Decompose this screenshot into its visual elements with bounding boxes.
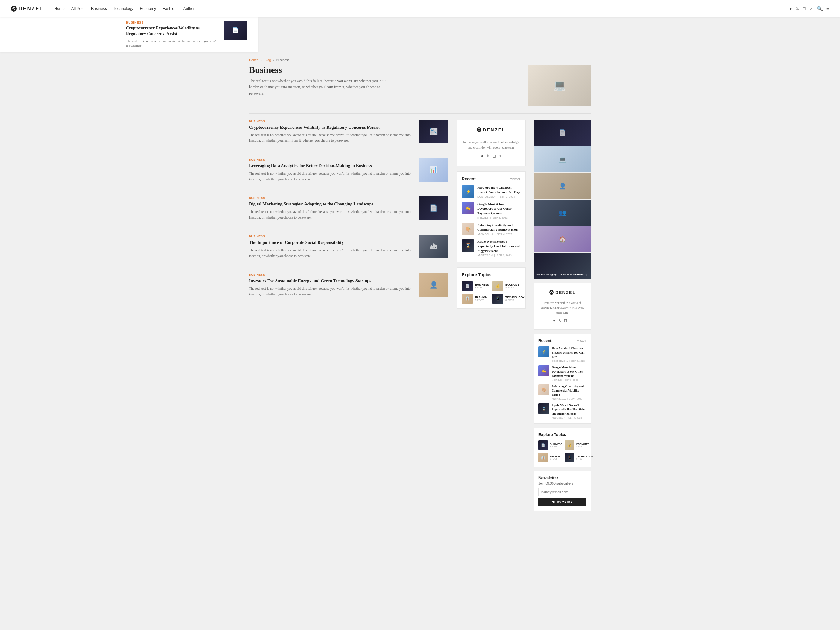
instagram-icon[interactable]: ◻: [802, 6, 806, 11]
mid-recent-item-title[interactable]: Here Are the 4 Cheapest Electric Vehicle…: [477, 185, 521, 195]
breadcrumb-sep1: /: [261, 58, 262, 62]
newsletter-subscribe-button[interactable]: SUBSCRIBE: [538, 498, 586, 507]
mid-recent-item-content: Here Are the 4 Cheapest Electric Vehicle…: [477, 185, 521, 198]
article-item: BUSINESS Cryptocurrency Experiences Vola…: [249, 120, 448, 151]
mid-topic-thumb: 💰: [492, 281, 504, 291]
sidebar-img-fashion: Fashion Blogging: The ences in the Indus…: [534, 253, 591, 279]
right-topic-economy[interactable]: 💰 ECONOMY 8 POST: [565, 441, 593, 450]
mid-topic-technology[interactable]: 📱 TECHNOLOGY 8 POST: [492, 294, 525, 303]
right-recent-item-meta: MELVILE | SEP 3, 2023: [552, 379, 586, 381]
mid-recent-item-author: MELVILE: [477, 216, 488, 219]
right-recent-author-2: ANNABELLA: [552, 398, 566, 400]
sidebar-img-3: 👤: [534, 173, 591, 199]
article-category: BUSINESS: [249, 196, 415, 199]
article-category: BUSINESS: [249, 235, 415, 238]
right-sidebar: 📄 💻 👤 👥 🏠 Fashion Blogging: The ences in…: [534, 120, 591, 511]
mid-topic-count: 8 POST: [505, 299, 525, 302]
right-recent-author-0: DOSTOEVSKY: [552, 360, 568, 362]
mid-topic-info: FASHION 8 POST: [475, 296, 487, 302]
article-title[interactable]: The Importance of Corporate Social Respo…: [249, 239, 415, 245]
mid-topic-info: ECONOMY 8 POST: [505, 283, 519, 289]
right-recent-date-3: SEP 4, 2023: [568, 417, 582, 419]
svg-point-1: [478, 129, 480, 131]
right-recent-item-content: Balancing Creativity and Commercial Viab…: [552, 384, 586, 400]
floating-article-title[interactable]: Cryptocurrency Experiences Volatility as…: [126, 25, 219, 37]
article-title[interactable]: Cryptocurrency Experiences Volatility as…: [249, 124, 415, 130]
mid-topic-info: TECHNOLOGY 8 POST: [505, 296, 525, 302]
right-recent-author-1: MELVILE: [552, 379, 562, 381]
nav-author[interactable]: Author: [183, 6, 195, 11]
right-twitter-icon[interactable]: 𝕏: [558, 318, 561, 323]
newsletter-title: Newsletter: [538, 475, 586, 480]
article-category: BUSINESS: [249, 120, 415, 123]
menu-icon[interactable]: ≡: [826, 6, 829, 11]
newsletter-email-input[interactable]: [538, 488, 586, 496]
right-pinterest-icon[interactable]: ○: [570, 318, 572, 323]
logo[interactable]: DENZEL: [11, 6, 44, 12]
mid-topic-name: FASHION: [475, 296, 487, 299]
right-instagram-icon[interactable]: ◻: [564, 318, 567, 323]
mid-topic-fashion[interactable]: 👔 FASHION 8 POST: [462, 294, 489, 303]
mid-facebook-icon[interactable]: ●: [481, 153, 483, 158]
right-topics-grid: 📄 BUSINESS 8 POST 💰 ECONOMY: [538, 441, 586, 462]
right-topic-fashion[interactable]: 👔 FASHION 8 POST: [538, 453, 562, 462]
breadcrumb-blog[interactable]: Blog: [264, 58, 271, 62]
article-title[interactable]: Digital Marketing Strategies: Adapting t…: [249, 201, 415, 207]
right-topic-name: BUSINESS: [550, 443, 562, 445]
right-topic-text: FASHION 8 POST: [550, 455, 561, 460]
article-title[interactable]: Leveraging Data Analytics for Better Dec…: [249, 163, 415, 169]
nav-all-post[interactable]: All Post: [71, 6, 85, 11]
nav-business[interactable]: Business: [91, 6, 107, 11]
mid-topic-business[interactable]: 📄 BUSINESS 8 POST: [462, 281, 489, 291]
nav-economy[interactable]: Economy: [140, 6, 156, 11]
article-excerpt: The real test is not whether you avoid t…: [249, 209, 415, 220]
right-brand-logo-icon: [549, 290, 554, 295]
mid-twitter-icon[interactable]: 𝕏: [486, 153, 489, 158]
right-facebook-icon[interactable]: ●: [553, 318, 555, 323]
breadcrumb-home[interactable]: Denzel: [249, 58, 259, 62]
search-icon[interactable]: 🔍: [817, 6, 823, 11]
three-col-layout: BUSINESS Cryptocurrency Experiences Vola…: [249, 120, 591, 511]
right-recent-item-meta: ANDERSON | SEP 4, 2023: [552, 417, 586, 419]
right-recent-item-content: Apple Watch Series 9 Reportedly Has Flat…: [552, 403, 586, 419]
twitter-icon[interactable]: 𝕏: [796, 6, 799, 11]
nav-fashion[interactable]: Fashion: [163, 6, 177, 11]
right-recent-thumb: ⌛: [538, 403, 549, 414]
right-topic-technology[interactable]: 📱 TECHNOLOGY 8 POST: [565, 453, 593, 462]
mid-recent-item-title[interactable]: Apple Watch Series 9 Reportedly Has Flat…: [477, 239, 521, 253]
article-item: BUSINESS Digital Marketing Strategies: A…: [249, 196, 448, 228]
mid-topic-economy[interactable]: 💰 ECONOMY 8 POST: [492, 281, 525, 291]
mid-pinterest-icon[interactable]: ○: [499, 153, 501, 158]
mid-recent-item-title[interactable]: Balancing Creativity and Commercial Viab…: [477, 223, 521, 232]
mid-brand-card: DENZEL Immerse yourself in a world of kn…: [456, 120, 526, 166]
right-recent-item-title[interactable]: Google Must Allow Developers to Use Othe…: [552, 365, 586, 378]
floating-article-thumb: 📄: [224, 21, 247, 39]
right-recent-item: ⚡ Here Are the 4 Cheapest Electric Vehic…: [538, 346, 586, 362]
mid-recent-item: ✍ Google Must Allow Developers to Use Ot…: [462, 202, 521, 219]
right-recent-item-title[interactable]: Here Are the 4 Cheapest Electric Vehicle…: [552, 346, 586, 359]
article-item: BUSINESS The Importance of Corporate Soc…: [249, 235, 448, 266]
facebook-icon[interactable]: ●: [789, 6, 792, 11]
mid-recent-thumb: 🎨: [462, 223, 474, 235]
right-recent-view-all[interactable]: View All: [577, 339, 586, 342]
right-recent-item-title[interactable]: Apple Watch Series 9 Reportedly Has Flat…: [552, 403, 586, 416]
nav-technology[interactable]: Technology: [114, 6, 134, 11]
pinterest-icon[interactable]: ○: [810, 6, 812, 11]
article-title[interactable]: Investors Eye Sustainable Energy and Gre…: [249, 278, 415, 284]
page-header: Business The real test is not whether yo…: [249, 65, 591, 106]
mid-recent-item-title[interactable]: Google Must Allow Developers to Use Othe…: [477, 202, 521, 216]
mid-brand-name: DENZEL: [483, 127, 505, 132]
right-topic-count: 8 POST: [576, 445, 589, 448]
article-excerpt: The real test is not whether you avoid t…: [249, 286, 415, 297]
mid-recent-view-all[interactable]: View All: [510, 177, 521, 181]
right-topic-business[interactable]: 📄 BUSINESS 8 POST: [538, 441, 562, 450]
mid-instagram-icon[interactable]: ◻: [493, 153, 496, 158]
right-topic-text: TECHNOLOGY 8 POST: [576, 455, 593, 460]
right-brand-social: ● 𝕏 ◻ ○: [538, 318, 586, 323]
nav-home[interactable]: Home: [54, 6, 65, 11]
article-category: BUSINESS: [249, 273, 415, 276]
article-content: BUSINESS The Importance of Corporate Soc…: [249, 235, 415, 259]
right-topic-thumb: 👔: [538, 453, 548, 462]
right-recent-item-title[interactable]: Balancing Creativity and Commercial Viab…: [552, 384, 586, 397]
mid-brand-social: ● 𝕏 ◻ ○: [462, 153, 521, 158]
